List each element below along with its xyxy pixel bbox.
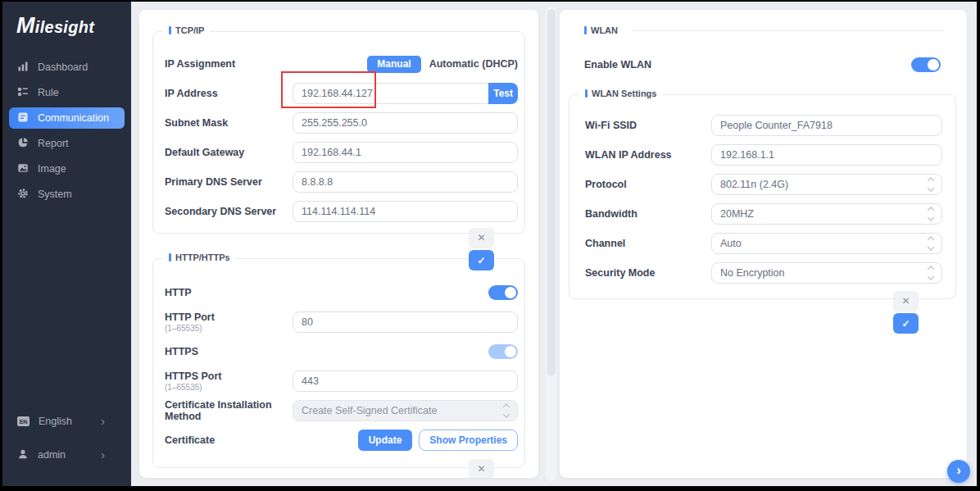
security-mode-select[interactable]: No Encryption	[711, 262, 942, 284]
test-button[interactable]: Test	[488, 83, 518, 104]
https-port-control	[293, 371, 518, 392]
scrollbar-thumb[interactable]	[547, 9, 556, 376]
wlan-ip-input[interactable]	[711, 144, 942, 166]
tcpip-cancel-button[interactable]: ✕	[469, 228, 494, 248]
main-content: TCP/IP IP Assignment Manual Automatic (D…	[131, 2, 977, 486]
https-label: HTTPS	[165, 346, 293, 357]
enable-wlan-label: Enable WLAN	[584, 59, 911, 70]
https-port-input[interactable]	[293, 371, 518, 392]
http-toggle-control	[293, 285, 518, 300]
ip-address-input[interactable]	[293, 83, 488, 104]
subnet-mask-input[interactable]	[293, 112, 518, 134]
report-pie-icon	[17, 137, 29, 151]
secondary-dns-label: Secondary DNS Server	[165, 206, 293, 217]
ip-address-row: IP Address Test	[165, 83, 518, 104]
sidebar-item-rule[interactable]: Rule	[2, 82, 131, 103]
check-icon: ✓	[477, 255, 485, 266]
default-gateway-label: Default Gateway	[165, 147, 293, 158]
communication-icon	[17, 111, 29, 125]
http-port-range: (1–65535)	[165, 324, 293, 334]
spinner-icon	[928, 267, 933, 280]
protocol-row: Protocol 802.11n (2.4G)	[585, 174, 942, 195]
ip-address-control: Test	[293, 83, 518, 104]
sidebar-item-image[interactable]: Image	[2, 158, 131, 180]
wlan-cancel-button[interactable]: ✕	[893, 291, 919, 311]
tcpip-legend: TCP/IP	[163, 25, 210, 35]
http-toggle[interactable]	[488, 285, 518, 300]
http-port-row: HTTP Port(1–65535)	[165, 311, 518, 333]
bandwidth-label: Bandwidth	[585, 208, 711, 220]
protocol-select[interactable]: 802.11n (2.4G)	[711, 174, 942, 195]
certificate-show-properties-button[interactable]: Show Properties	[419, 430, 518, 451]
primary-dns-label: Primary DNS Server	[165, 176, 293, 188]
wlan-settings-group: WLAN Settings Wi-Fi SSID WLAN IP Address	[569, 94, 956, 299]
sidebar-item-label: System	[38, 189, 72, 200]
next-page-button[interactable]: ›	[947, 460, 970, 483]
sidebar-item-label: Rule	[38, 87, 59, 98]
certificate-update-button[interactable]: Update	[358, 430, 413, 451]
toggle-knob	[928, 59, 939, 70]
primary-dns-control	[293, 171, 518, 193]
cert-method-label: Certificate Installation Method	[165, 399, 293, 423]
channel-control: Auto	[711, 233, 942, 254]
wlan-ip-label: WLAN IP Address	[585, 149, 711, 161]
channel-value: Auto	[720, 238, 742, 249]
sidebar-nav: Dashboard Rule Communication	[2, 52, 131, 205]
tcpip-confirm-button[interactable]: ✓	[469, 250, 494, 271]
user-menu-admin[interactable]: admin ›	[2, 444, 131, 466]
tcpip-save-stack: ✕ ✓	[469, 228, 494, 271]
ip-assignment-automatic-option[interactable]: Automatic (DHCP)	[429, 58, 518, 70]
http-save-stack: ✕ ✓	[469, 459, 494, 478]
sidebar-item-communication[interactable]: Communication	[9, 107, 125, 129]
close-icon: ✕	[901, 295, 910, 307]
wlan-confirm-button[interactable]: ✓	[893, 313, 919, 334]
primary-dns-row: Primary DNS Server	[165, 171, 518, 193]
language-en-icon: EN	[17, 416, 29, 426]
ip-assignment-control: Manual Automatic (DHCP)	[293, 56, 518, 73]
https-toggle[interactable]	[488, 344, 518, 359]
security-mode-row: Security Mode No Encryption	[585, 262, 942, 284]
default-gateway-row: Default Gateway	[165, 142, 518, 163]
bandwidth-select[interactable]: 20MHZ	[711, 203, 942, 225]
scrollbar-track[interactable]	[546, 7, 556, 481]
http-legend: HTTP/HTTPs	[163, 252, 236, 262]
channel-label: Channel	[585, 238, 711, 249]
language-selector[interactable]: EN English ›	[2, 411, 131, 432]
cert-method-select[interactable]: Create Self-Signed Certificate	[293, 400, 518, 421]
sidebar-item-dashboard[interactable]: Dashboard	[2, 57, 131, 78]
image-icon	[17, 162, 29, 176]
channel-row: Channel Auto	[585, 233, 942, 254]
toggle-knob	[505, 346, 516, 357]
milesight-logo: Milesight	[16, 13, 131, 46]
legend-accent-bar	[585, 89, 588, 98]
wlan-settings-legend: WLAN Settings	[579, 89, 662, 98]
subnet-mask-label: Subnet Mask	[165, 117, 293, 129]
bandwidth-control: 20MHZ	[711, 203, 942, 225]
legend-accent-bar	[169, 26, 171, 34]
sidebar-item-label: Communication	[38, 112, 109, 124]
ip-assignment-row: IP Assignment Manual Automatic (DHCP)	[165, 53, 518, 75]
wifi-ssid-input[interactable]	[711, 115, 942, 136]
subnet-mask-row: Subnet Mask	[165, 112, 518, 134]
cert-method-control: Create Self-Signed Certificate	[293, 400, 518, 421]
ip-assignment-manual-button[interactable]: Manual	[367, 56, 420, 73]
http-cancel-button[interactable]: ✕	[469, 459, 494, 478]
default-gateway-input[interactable]	[293, 142, 518, 163]
wlan-settings-legend-label: WLAN Settings	[592, 89, 656, 98]
sidebar-item-label: Report	[38, 138, 69, 149]
secondary-dns-control	[293, 201, 518, 222]
ip-assignment-label: IP Assignment	[165, 58, 293, 70]
logo-letter: M	[16, 13, 35, 38]
sidebar-item-system[interactable]: System	[2, 184, 131, 205]
http-port-input[interactable]	[293, 311, 518, 333]
enable-wlan-toggle[interactable]	[911, 57, 941, 72]
http-port-control	[293, 311, 518, 333]
sidebar-item-report[interactable]: Report	[2, 133, 131, 154]
wifi-ssid-control	[711, 115, 942, 136]
secondary-dns-input[interactable]	[293, 201, 518, 222]
wlan-save-stack: ✕ ✓	[893, 291, 919, 334]
channel-select[interactable]: Auto	[711, 233, 942, 254]
primary-dns-input[interactable]	[293, 171, 518, 193]
legend-accent-bar	[169, 253, 171, 261]
subnet-mask-control	[293, 112, 518, 134]
